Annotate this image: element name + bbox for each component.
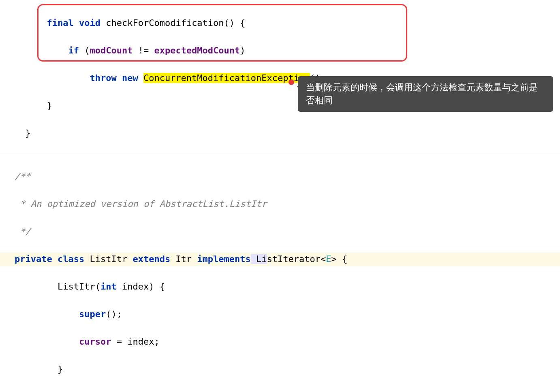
keyword-if: if xyxy=(68,45,79,55)
code-editor[interactable]: final void checkForComodification() { if… xyxy=(0,0,560,392)
comment: * An optimized version of AbstractList.L… xyxy=(15,199,267,209)
code-line: */ xyxy=(0,225,560,239)
keyword-new: new xyxy=(117,73,143,83)
field-ref: expectedModCount xyxy=(154,45,240,55)
annotation-dot-icon xyxy=(289,79,294,85)
comment: */ xyxy=(15,226,31,236)
code-line: cursor = index; xyxy=(0,335,560,349)
annotation-tooltip: 当删除元素的时候，会调用这个方法检查元素数量与之前是否相同 xyxy=(298,76,553,112)
keyword-implements: implements xyxy=(197,254,250,264)
code-line: } xyxy=(0,126,560,140)
highlighted-class: ConcurrentModificationException xyxy=(143,73,310,83)
keyword-super: super xyxy=(79,309,106,319)
code-text: } xyxy=(15,364,63,374)
keyword-class: class xyxy=(52,254,90,264)
code-text: < xyxy=(321,254,326,264)
keyword-private: private xyxy=(15,254,52,264)
code-line: /** xyxy=(0,170,560,183)
code-text: index) { xyxy=(117,281,165,292)
code-text: } xyxy=(47,100,52,111)
code-text: ( xyxy=(79,45,90,55)
code-line: * An optimized version of AbstractList.L… xyxy=(0,197,560,211)
code-line: } xyxy=(0,362,560,376)
class-name: ListItr xyxy=(90,254,133,264)
method-name: checkForComodification xyxy=(106,18,224,28)
keyword-final: final xyxy=(47,18,73,28)
keyword-int: int xyxy=(100,281,117,292)
code-line: super(); xyxy=(0,307,560,321)
code-text: > xyxy=(331,254,337,264)
class-ref: Itr xyxy=(170,254,197,264)
code-text: ListItr( xyxy=(15,281,100,292)
field-ref: modCount xyxy=(90,45,133,55)
code-text: { xyxy=(337,254,348,264)
code-text: = index; xyxy=(111,337,159,347)
separator xyxy=(0,155,560,155)
code-text: () { xyxy=(224,18,246,28)
code-text: } xyxy=(26,128,31,138)
class-ref: stIterator xyxy=(267,254,321,264)
code-line xyxy=(0,390,560,392)
generic-type: E xyxy=(326,254,331,264)
keyword-extends: extends xyxy=(133,254,170,264)
keyword-void: void xyxy=(79,18,100,28)
code-text: (); xyxy=(106,309,122,319)
caret-region: Li xyxy=(251,254,267,264)
code-line: if (modCount != expectedModCount) xyxy=(0,44,560,58)
keyword-throw: throw xyxy=(90,73,116,83)
comment: /** xyxy=(15,171,31,181)
current-line: private class ListItr extends Itr implem… xyxy=(0,252,560,266)
code-line: final void checkForComodification() { xyxy=(0,16,560,30)
code-text: ) xyxy=(240,45,245,55)
code-text: != xyxy=(133,45,154,55)
code-line: ListItr(int index) { xyxy=(0,280,560,294)
field-ref: cursor xyxy=(79,337,111,347)
